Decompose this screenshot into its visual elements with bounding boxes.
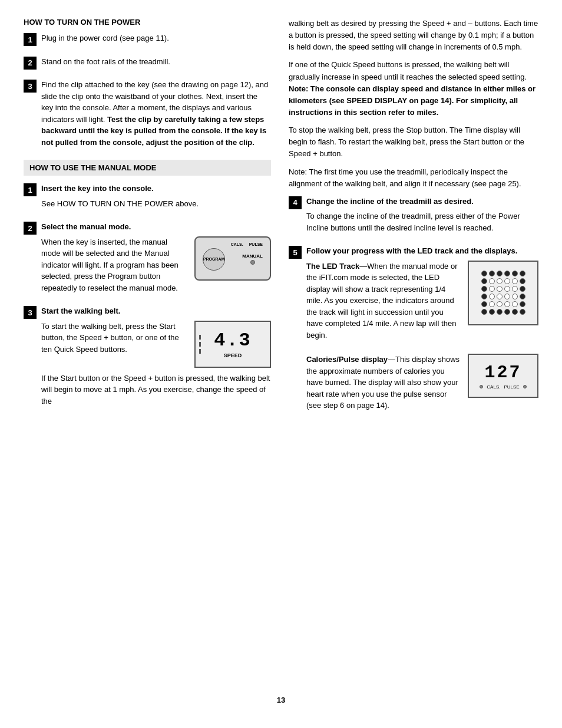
led-dot bbox=[512, 271, 518, 276]
manual-step2-bold: Select the manual mode. bbox=[41, 222, 131, 231]
manual-step3-with-image: To start the walking belt, press the Sta… bbox=[41, 321, 271, 368]
step1-text: Plug in the power cord (see page 11). bbox=[41, 32, 271, 44]
led-dot bbox=[520, 301, 525, 307]
led-dot bbox=[489, 271, 495, 276]
manual-step2-text: When the key is inserted, the manual mod… bbox=[41, 236, 189, 298]
led-row-5 bbox=[481, 301, 525, 307]
pulse-indicator-dot bbox=[523, 385, 527, 388]
led-dot bbox=[512, 309, 518, 315]
led-track-illustration bbox=[468, 261, 538, 325]
cals-indicator-dot bbox=[480, 385, 483, 388]
led-dot bbox=[497, 271, 503, 276]
manual-indicator-label: MANUAL bbox=[242, 253, 263, 259]
led-row-4 bbox=[481, 294, 525, 299]
led-dot bbox=[497, 301, 503, 307]
led-dot bbox=[489, 286, 495, 292]
console-pulse-label: PULSE bbox=[249, 242, 263, 246]
program-button[interactable]: PROGRAM bbox=[203, 248, 225, 271]
manual-step1-content: Insert the key into the console. See HOW… bbox=[41, 183, 271, 213]
right-para4: Note: The first time you use the treadmi… bbox=[289, 166, 538, 190]
led-row-6 bbox=[481, 309, 525, 315]
step4-text: To change the incline of the treadmill, … bbox=[306, 210, 538, 233]
right-step-4: 4 Change the incline of the treadmill as… bbox=[289, 196, 538, 238]
step3-text-start: Find the clip attached to the key (see t… bbox=[41, 79, 271, 148]
led-dot bbox=[520, 286, 525, 292]
section2-title: HOW TO USE THE MANUAL MODE bbox=[24, 160, 271, 176]
led-dot bbox=[497, 309, 503, 315]
manual-step2-para: When the key is inserted, the manual mod… bbox=[41, 236, 189, 294]
manual-step1-badge: 1 bbox=[24, 183, 37, 196]
led-dot bbox=[489, 309, 495, 315]
step4-badge: 4 bbox=[289, 196, 302, 209]
led-dot bbox=[520, 309, 525, 315]
manual-step3-content: Start the walking belt. To start the wal… bbox=[41, 305, 271, 410]
right-step-5: 5 Follow your progress with the LED trac… bbox=[289, 245, 538, 415]
led-dot bbox=[520, 294, 525, 299]
led-dot bbox=[512, 286, 518, 292]
section1-title: HOW TO TURN ON THE POWER bbox=[24, 18, 271, 27]
right-para3: To stop the walking belt, press the Stop… bbox=[289, 124, 538, 160]
left-column: HOW TO TURN ON THE POWER 1 Plug in the p… bbox=[24, 18, 271, 684]
speed-label-display: SPEED bbox=[224, 353, 242, 358]
led-row-1 bbox=[481, 271, 525, 276]
step5-badge: 5 bbox=[289, 246, 302, 259]
step3-content: Find the clip attached to the key (see t… bbox=[41, 79, 271, 151]
tick2 bbox=[199, 342, 201, 347]
manual-step2-content: Select the manual mode. When the key is … bbox=[41, 221, 271, 297]
led-track-bold: The LED Track bbox=[306, 262, 359, 271]
right-top-text: walking belt as desired by pressing the … bbox=[289, 18, 538, 190]
speed-display-illustration: 4.3 SPEED bbox=[194, 321, 271, 368]
manual-step-3: 3 Start the walking belt. To start the w… bbox=[24, 305, 271, 410]
led-dot bbox=[504, 294, 510, 299]
tick1 bbox=[199, 335, 201, 340]
led-track-para: The LED Track—When the manual mode or th… bbox=[306, 261, 462, 341]
manual-step2-badge: 2 bbox=[24, 222, 37, 235]
manual-step1-text: See HOW TO TURN ON THE POWER above. bbox=[41, 198, 271, 210]
led-dot bbox=[504, 278, 510, 284]
manual-step-1: 1 Insert the key into the console. See H… bbox=[24, 183, 271, 213]
manual-step2-with-image: When the key is inserted, the manual mod… bbox=[41, 236, 271, 298]
manual-step3-badge: 3 bbox=[24, 306, 37, 319]
console-cals-label: CALS. bbox=[231, 242, 243, 246]
step5-bold: Follow your progress with the LED track … bbox=[306, 246, 517, 255]
led-dot bbox=[520, 278, 525, 284]
step-2-power: 2 Stand on the foot rails of the treadmi… bbox=[24, 56, 271, 71]
step-3-power: 3 Find the clip attached to the key (see… bbox=[24, 79, 271, 151]
two-column-layout: HOW TO TURN ON THE POWER 1 Plug in the p… bbox=[24, 18, 538, 684]
led-dot bbox=[489, 301, 495, 307]
calories-value: 127 bbox=[484, 363, 521, 383]
tick3 bbox=[199, 349, 201, 354]
step3-badge: 3 bbox=[24, 80, 37, 93]
step2-text: Stand on the foot rails of the treadmill… bbox=[41, 56, 271, 68]
led-dot bbox=[520, 271, 525, 276]
step2-content: Stand on the foot rails of the treadmill… bbox=[41, 56, 271, 71]
led-grid bbox=[481, 271, 525, 315]
manual-step3-text: To start the walking belt, press the Sta… bbox=[41, 321, 189, 359]
step4-content: Change the incline of the treadmill as d… bbox=[306, 196, 538, 238]
step1-content: Plug in the power cord (see page 11). bbox=[41, 32, 271, 48]
led-dot bbox=[497, 294, 503, 299]
step1-badge: 1 bbox=[24, 33, 37, 46]
manual-indicator-dot bbox=[250, 260, 255, 265]
led-track-section: The LED Track—When the manual mode or th… bbox=[306, 261, 538, 345]
led-dot bbox=[504, 286, 510, 292]
right-column: walking belt as desired by pressing the … bbox=[289, 18, 538, 684]
led-track-content: —When the manual mode or the iFIT.com mo… bbox=[306, 262, 458, 340]
led-row-2 bbox=[481, 278, 525, 284]
manual-step3-para2: If the Start button or the Speed + butto… bbox=[41, 373, 271, 407]
program-label: PROGRAM bbox=[203, 257, 225, 261]
step2-badge: 2 bbox=[24, 57, 37, 70]
led-row-3 bbox=[481, 286, 525, 292]
led-dot bbox=[481, 286, 487, 292]
led-track-text: The LED Track—When the manual mode or th… bbox=[306, 261, 462, 345]
led-dot bbox=[504, 271, 510, 276]
manual-step-2: 2 Select the manual mode. When the key i… bbox=[24, 221, 271, 297]
led-dot bbox=[489, 278, 495, 284]
step4-bold: Change the incline of the treadmill as d… bbox=[306, 197, 474, 206]
led-dot bbox=[481, 271, 487, 276]
led-dot bbox=[489, 294, 495, 299]
cals-text-area: Calories/Pulse display—This display show… bbox=[306, 354, 462, 415]
right-para2: If one of the Quick Speed buttons is pre… bbox=[289, 59, 538, 118]
led-dot bbox=[481, 309, 487, 315]
led-dot bbox=[512, 301, 518, 307]
